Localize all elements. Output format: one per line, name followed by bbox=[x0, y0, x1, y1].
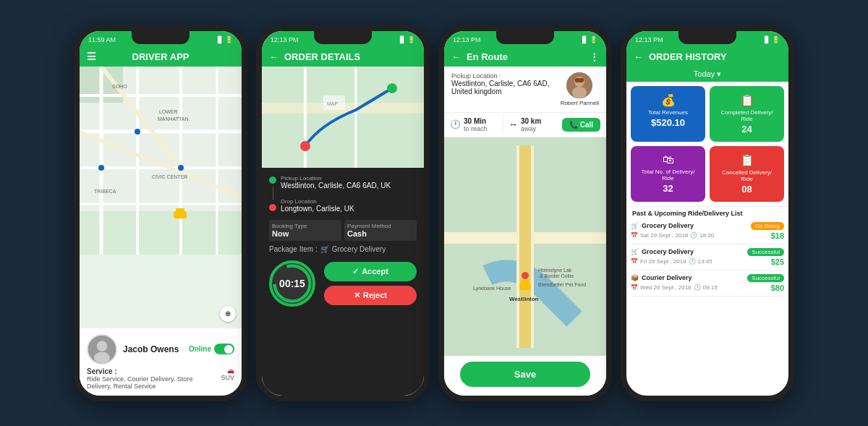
list-item-1[interactable]: 🛒 Grocery Delivery Successful 📅 Fri 28 S… bbox=[631, 244, 784, 270]
back-icon-2[interactable]: ← bbox=[269, 51, 278, 62]
pickup-row: Pickup Location Westlinton, Carlisle, CA… bbox=[269, 175, 417, 213]
total-value: 32 bbox=[637, 183, 699, 194]
svg-text:↑: ↑ bbox=[389, 79, 393, 87]
back-icon-4[interactable]: ← bbox=[634, 51, 643, 62]
item-price-1: $25 bbox=[771, 257, 784, 266]
timer-circle: 00:15 bbox=[269, 260, 315, 307]
reject-button[interactable]: ✕ Reject bbox=[324, 286, 417, 305]
item-type-2: 📦 Courier Delivery bbox=[631, 274, 692, 281]
svg-text:CIVIC CENTER: CIVIC CENTER bbox=[152, 174, 187, 179]
clock-icon-3: 🕐 bbox=[450, 119, 461, 129]
list-item-0[interactable]: 🛒 Grocery Delivery On Going 📅 Sat 29 Sep… bbox=[631, 218, 784, 244]
vehicle-type: SUV bbox=[221, 374, 234, 381]
cancelled-delivery-card: 📋 Cancelled Delivery/ Ride 08 bbox=[710, 146, 784, 202]
svg-rect-39 bbox=[575, 78, 584, 82]
time-value: 30 Min bbox=[464, 117, 488, 125]
compass-icon[interactable]: ⊕ bbox=[220, 306, 236, 322]
phone-notch-2 bbox=[314, 31, 372, 44]
car-icon: 🚗 bbox=[227, 367, 234, 374]
status-icons-3: ▊ 🔋 bbox=[582, 36, 597, 43]
time-label: to reach bbox=[464, 125, 488, 132]
svg-point-19 bbox=[178, 165, 184, 171]
stats-grid: 💰 Total Revenues $520.10 📋 Completed Del… bbox=[626, 82, 788, 206]
distance-stat: ↔ 30 km away bbox=[503, 113, 562, 137]
svg-text:Lynebank House: Lynebank House bbox=[473, 286, 511, 291]
drop-dot bbox=[269, 204, 276, 211]
order-map[interactable]: ↑ MAP bbox=[262, 67, 424, 168]
revenues-icon: 💰 bbox=[637, 93, 699, 107]
svg-point-20 bbox=[98, 165, 104, 171]
time-icon-0: 🕐 bbox=[690, 232, 697, 239]
time-icon-1: 🕐 bbox=[689, 258, 696, 265]
booking-type-label: Booking Type bbox=[272, 223, 339, 229]
svg-point-35 bbox=[275, 265, 310, 301]
completed-icon: 📋 bbox=[715, 93, 778, 107]
time-icon-2: 🕐 bbox=[694, 284, 701, 291]
dist-label: away bbox=[521, 125, 541, 132]
status-badge-0: On Going bbox=[751, 222, 784, 230]
status-time-1: 11:59 AM bbox=[88, 36, 116, 43]
reject-label: Reject bbox=[363, 291, 387, 299]
phone-order-history: 12:13 PM ▊ 🔋 ← ORDER HISTORY Today ▾ 💰 T… bbox=[621, 25, 794, 401]
online-toggle[interactable]: Online bbox=[189, 344, 234, 354]
svg-text:& Border Collie: & Border Collie bbox=[540, 273, 574, 278]
today-label: Today bbox=[694, 69, 715, 78]
service-text: Ride Service, Courier Delivery, Store De… bbox=[87, 375, 218, 390]
order-details-title: ORDER DETAILS bbox=[284, 51, 360, 62]
list-item-2[interactable]: 📦 Courier Delivery Successful 📅 Wed 26 S… bbox=[631, 270, 784, 297]
phone-driver-app: 11:59 AM ▊ 🔋 ☰ DRIVER APP bbox=[74, 25, 247, 401]
distance-icon-3: ↔ bbox=[509, 119, 518, 129]
svg-rect-22 bbox=[176, 208, 184, 213]
passenger-avatar bbox=[566, 72, 592, 98]
accept-button[interactable]: ✓ Accept bbox=[324, 262, 417, 281]
service-label: Service : bbox=[87, 367, 218, 375]
menu-icon[interactable]: ☰ bbox=[87, 51, 96, 62]
accept-reject-col: ✓ Accept ✕ Reject bbox=[324, 262, 417, 305]
phone-notch-4 bbox=[678, 31, 736, 44]
driver-avatar-1 bbox=[87, 334, 117, 365]
package-value: Grocery Delivery bbox=[332, 245, 386, 253]
status-badge-2: Successful bbox=[747, 274, 784, 282]
completed-delivery-card: 📋 Completed Delivery/ Ride 24 bbox=[710, 86, 784, 142]
save-button[interactable]: Save bbox=[460, 362, 590, 387]
calendar-icon-1: 📅 bbox=[631, 258, 638, 265]
call-button[interactable]: 📞 Call bbox=[562, 118, 600, 132]
driver-app-header: ☰ DRIVER APP bbox=[80, 47, 242, 67]
en-route-title: En Route bbox=[467, 51, 584, 62]
payment-label: Payment Method bbox=[347, 223, 414, 229]
pickup-label: Pickup Location bbox=[281, 175, 391, 182]
online-label: Online bbox=[189, 345, 211, 353]
item-type-0: 🛒 Grocery Delivery bbox=[631, 222, 694, 229]
order-history-title: ORDER HISTORY bbox=[649, 51, 727, 62]
today-bar[interactable]: Today ▾ bbox=[626, 67, 788, 82]
passenger-name: Robert Parmell bbox=[561, 100, 599, 106]
service-row: Service : Ride Service, Courier Delivery… bbox=[87, 367, 234, 390]
grocery-icon-1: 🛒 bbox=[631, 248, 639, 255]
svg-text:Blendbetter Pet Food: Blendbetter Pet Food bbox=[538, 282, 586, 287]
completed-value: 24 bbox=[715, 124, 778, 135]
status-time-2: 12:13 PM bbox=[271, 36, 299, 43]
order-list: 🛒 Grocery Delivery On Going 📅 Sat 29 Sep… bbox=[626, 218, 788, 396]
more-icon-3[interactable]: ⋮ bbox=[590, 51, 599, 62]
map-svg-1: SOHO LOWER MANHATTAN TRIBECA CIVIC CENTE… bbox=[80, 67, 242, 255]
driver-app-map[interactable]: SOHO LOWER MANHATTAN TRIBECA CIVIC CENTE… bbox=[80, 67, 242, 328]
back-icon-3[interactable]: ← bbox=[451, 51, 461, 62]
toggle-knob bbox=[224, 345, 233, 354]
en-route-stats-row: 🕐 30 Min to reach ↔ 30 km away 📞 Call bbox=[444, 113, 606, 137]
en-route-info-bar: Pickup Location : Westlinton, Carlisle, … bbox=[444, 67, 606, 113]
item-date-1: 📅 Fri 28 Sept , 2018 🕐 13:45 bbox=[631, 258, 712, 265]
en-route-map[interactable]: Lynebank House Holmelyne Lak & Border Co… bbox=[444, 137, 606, 356]
save-btn-area: Save bbox=[444, 356, 606, 396]
svg-text:SOHO: SOHO bbox=[112, 84, 127, 89]
svg-text:Holmelyne Lak: Holmelyne Lak bbox=[538, 268, 572, 273]
phone-notch-3 bbox=[496, 31, 554, 44]
driver-app-title: DRIVER APP bbox=[132, 51, 190, 62]
status-badge-1: Successful bbox=[747, 248, 784, 256]
phone-en-route: 12:13 PM ▊ 🔋 ← En Route ⋮ Pickup Locatio… bbox=[438, 25, 612, 401]
completed-label: Completed Delivery/ Ride bbox=[715, 109, 778, 122]
booking-type-card: Booking Type Now bbox=[269, 220, 341, 241]
toggle-switch[interactable] bbox=[214, 344, 234, 354]
status-time-3: 12:13 PM bbox=[453, 36, 481, 43]
drop-address: Longtown, Carlisle, UK bbox=[281, 205, 391, 213]
status-icons-2: ▊ 🔋 bbox=[400, 36, 415, 43]
